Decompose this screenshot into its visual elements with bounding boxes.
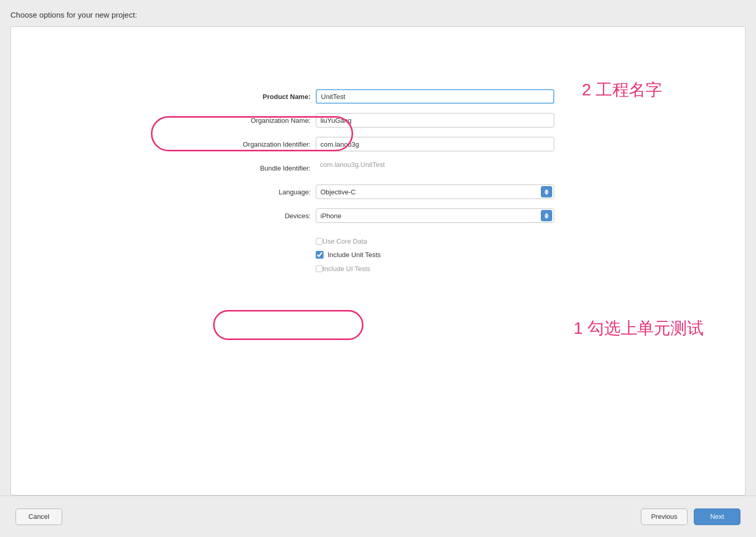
include-ui-tests-checkbox[interactable] [316,265,323,272]
include-ui-tests-row: Include UI Tests [316,264,554,273]
annotation-project-name: 2 工程名字 [582,79,662,102]
language-label: Language: [202,188,316,196]
navigation-buttons: Previous Next [641,508,740,525]
form-area: Product Name: Organization Name: Organiz… [202,89,554,232]
use-core-data-row: Use Core Data [316,236,554,246]
cancel-button[interactable]: Cancel [16,508,62,525]
product-name-label: Product Name: [202,93,316,101]
highlight-unit-tests [213,310,363,340]
devices-row: Devices: iPhone iPad Universal [202,208,554,223]
language-row: Language: Objective-C Swift [202,185,554,199]
include-unit-tests-checkbox[interactable] [316,251,324,259]
dialog-title: Choose options for your new project: [10,10,746,19]
product-name-row: Product Name: [202,89,554,104]
org-id-input[interactable] [316,137,554,151]
bundle-id-label: Bundle Identifier: [202,164,316,172]
bundle-id-row: Bundle Identifier: com.lanou3g.UnitTest [202,161,554,175]
use-core-data-checkbox[interactable] [316,238,323,245]
include-unit-tests-row: Include Unit Tests [316,251,554,259]
checkboxes-area: Use Core Data Include Unit Tests Include… [202,236,554,278]
product-name-input[interactable] [316,89,554,104]
include-unit-tests-label: Include Unit Tests [328,251,381,259]
dialog-content: 2 工程名字 1 勾选上单元测试 Product Name: Organizat… [10,26,746,496]
use-core-data-label: Use Core Data [323,237,367,245]
language-select-wrapper: Objective-C Swift [316,185,554,199]
dialog-container: Choose options for your new project: 2 工… [0,0,756,496]
next-button[interactable]: Next [694,508,740,525]
org-id-row: Organization Identifier: [202,137,554,151]
devices-label: Devices: [202,212,316,220]
bundle-id-value: com.lanou3g.UnitTest [316,161,554,175]
bottom-bar: Cancel Previous Next [0,496,756,537]
devices-select[interactable]: iPhone iPad Universal [316,208,554,223]
org-name-label: Organization Name: [202,117,316,124]
org-name-row: Organization Name: [202,113,554,128]
previous-button[interactable]: Previous [641,508,688,525]
devices-select-wrapper: iPhone iPad Universal [316,208,554,223]
annotation-unit-test: 1 勾选上单元测试 [573,317,704,340]
org-name-input[interactable] [316,113,554,128]
org-id-label: Organization Identifier: [202,140,316,148]
language-select[interactable]: Objective-C Swift [316,185,554,199]
include-ui-tests-label: Include UI Tests [323,265,370,273]
